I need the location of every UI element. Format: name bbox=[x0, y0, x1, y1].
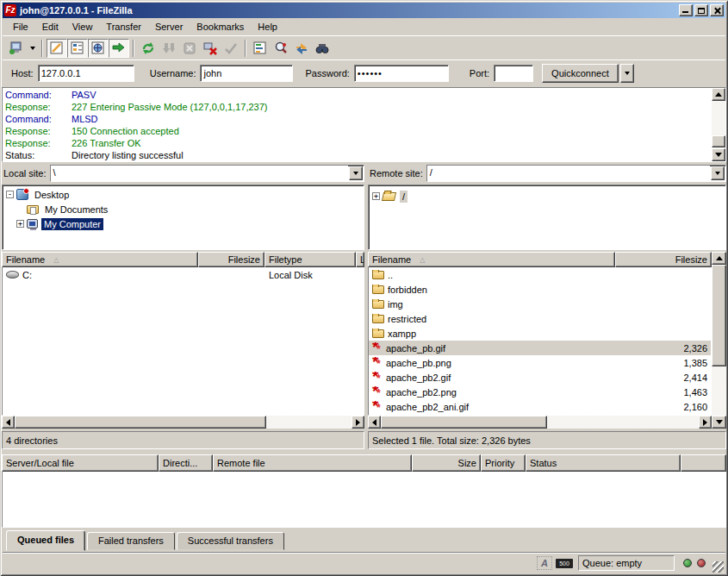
remote-pane: Remote site: / + / Filename△ Filesize bbox=[368, 164, 726, 451]
port-input[interactable] bbox=[494, 65, 533, 82]
site-manager-dropdown[interactable] bbox=[27, 39, 38, 58]
disconnect-icon[interactable] bbox=[200, 39, 221, 58]
toggle-remote-tree-icon[interactable] bbox=[88, 39, 109, 58]
quickconnect-dropdown[interactable] bbox=[620, 64, 634, 83]
queue-size-indicator: Queue: empty bbox=[578, 555, 675, 571]
menu-file[interactable]: File bbox=[6, 20, 35, 34]
compare-directories-icon[interactable] bbox=[271, 39, 291, 58]
scrollbar-thumb[interactable] bbox=[712, 135, 725, 147]
toggle-transfer-queue-icon[interactable] bbox=[109, 39, 129, 58]
column-filename[interactable]: Filename△ bbox=[2, 252, 198, 267]
remote-file-row[interactable]: apache_pb2.png 1,463 bbox=[369, 385, 711, 399]
column-filetype[interactable]: Filetype bbox=[264, 252, 356, 267]
column-server-local-file[interactable]: Server/Local file bbox=[2, 454, 159, 472]
toggle-message-log-icon[interactable] bbox=[47, 39, 67, 58]
site-manager-icon[interactable] bbox=[6, 39, 27, 58]
remote-list-header: Filename△ Filesize bbox=[368, 252, 712, 267]
menu-view[interactable]: View bbox=[65, 20, 100, 34]
tree-item-root[interactable]: + / bbox=[372, 189, 725, 203]
chevron-down-icon[interactable] bbox=[711, 166, 725, 180]
menu-edit[interactable]: Edit bbox=[35, 20, 65, 34]
queue-list[interactable] bbox=[2, 472, 726, 528]
remote-site-label: Remote site: bbox=[370, 168, 423, 178]
column-filename[interactable]: Filename△ bbox=[368, 252, 615, 267]
remote-list-body: .. forbidden img restricted bbox=[368, 267, 712, 416]
tree-item-my-computer[interactable]: + My Computer bbox=[6, 216, 364, 231]
local-site-combobox[interactable]: \ bbox=[50, 165, 364, 182]
scroll-right-icon[interactable] bbox=[352, 416, 364, 429]
close-button[interactable] bbox=[710, 4, 724, 16]
directory-filters-icon[interactable] bbox=[250, 39, 271, 58]
menu-bookmarks[interactable]: Bookmarks bbox=[190, 20, 251, 34]
tree-item-desktop[interactable]: - Desktop bbox=[6, 187, 364, 202]
menu-help[interactable]: Help bbox=[251, 20, 284, 34]
host-input[interactable]: 127.0.0.1 bbox=[38, 65, 134, 82]
local-file-row[interactable]: C: Local Disk bbox=[3, 267, 364, 282]
process-queue-icon[interactable] bbox=[159, 39, 179, 58]
menu-transfer[interactable]: Transfer bbox=[99, 20, 148, 34]
scroll-left-icon[interactable] bbox=[368, 416, 381, 429]
folder-icon bbox=[372, 285, 384, 294]
scrollbar-thumb[interactable] bbox=[15, 416, 266, 429]
remote-horizontal-scrollbar[interactable] bbox=[368, 416, 712, 429]
local-site-row: Local site: \ bbox=[2, 164, 364, 183]
transfer-type-icon[interactable] bbox=[537, 556, 552, 570]
remote-file-row[interactable]: apache_pb2.gif 2,414 bbox=[369, 370, 711, 385]
scrollbar-thumb[interactable] bbox=[712, 265, 726, 366]
column-remote-file[interactable]: Remote file bbox=[213, 454, 412, 472]
tab-successful-transfers[interactable]: Successful transfers bbox=[177, 532, 284, 550]
refresh-icon[interactable] bbox=[138, 39, 159, 58]
chevron-down-icon bbox=[625, 72, 630, 75]
remote-file-row[interactable]: apache_pb.png 1,385 bbox=[369, 355, 711, 370]
username-input[interactable]: john bbox=[200, 65, 293, 82]
expand-icon[interactable]: + bbox=[372, 192, 380, 200]
remote-file-row[interactable]: restricted bbox=[369, 311, 711, 326]
column-filesize[interactable]: Filesize bbox=[615, 252, 712, 267]
chevron-down-icon[interactable] bbox=[349, 166, 363, 180]
scrollbar-thumb[interactable] bbox=[381, 416, 547, 429]
collapse-icon[interactable]: - bbox=[6, 191, 14, 198]
local-horizontal-scrollbar[interactable] bbox=[2, 416, 364, 429]
remote-file-row[interactable]: forbidden bbox=[369, 282, 711, 297]
synchronized-browsing-icon[interactable] bbox=[291, 39, 312, 58]
log-scrollbar[interactable] bbox=[712, 88, 725, 161]
remote-file-row[interactable]: .. bbox=[369, 267, 711, 282]
reconnect-icon[interactable] bbox=[221, 39, 241, 58]
scroll-down-icon[interactable] bbox=[712, 416, 726, 429]
column-filesize[interactable]: Filesize bbox=[198, 252, 264, 267]
speed-limit-icon[interactable] bbox=[556, 559, 573, 568]
resize-grip[interactable] bbox=[712, 561, 724, 573]
scroll-right-icon[interactable] bbox=[699, 416, 712, 429]
find-files-icon[interactable] bbox=[312, 39, 333, 58]
column-priority[interactable]: Priority bbox=[481, 454, 526, 472]
status-bar: Queue: empty bbox=[3, 552, 725, 573]
remote-file-row[interactable]: img bbox=[369, 297, 711, 311]
remote-vertical-scrollbar[interactable] bbox=[712, 252, 726, 429]
remote-file-row[interactable]: xampp bbox=[369, 326, 711, 341]
tree-item-my-documents[interactable]: My Documents bbox=[6, 202, 364, 216]
scroll-up-icon[interactable] bbox=[712, 252, 726, 265]
disk-drive-icon bbox=[6, 271, 19, 279]
toolbar-separator bbox=[41, 40, 43, 57]
cancel-operation-icon[interactable] bbox=[179, 39, 200, 58]
column-size[interactable]: Size bbox=[412, 454, 481, 472]
minimize-button[interactable] bbox=[679, 4, 693, 16]
password-input[interactable]: •••••• bbox=[354, 65, 449, 82]
toggle-local-tree-icon[interactable] bbox=[67, 39, 88, 58]
quickconnect-button[interactable]: Quickconnect bbox=[542, 64, 619, 83]
menu-server[interactable]: Server bbox=[148, 20, 190, 34]
tab-failed-transfers[interactable]: Failed transfers bbox=[87, 532, 175, 550]
column-last-modified[interactable]: L bbox=[356, 252, 364, 267]
remote-file-row[interactable]: apache_pb2_ani.gif 2,160 bbox=[369, 399, 711, 414]
scroll-down-icon[interactable] bbox=[712, 148, 725, 161]
remote-file-row-selected[interactable]: apache_pb.gif 2,326 bbox=[369, 341, 711, 355]
column-status[interactable]: Status bbox=[526, 454, 681, 472]
scroll-left-icon[interactable] bbox=[2, 416, 15, 429]
column-direction[interactable]: Directi... bbox=[159, 454, 213, 472]
title-bar[interactable]: Fz john@127.0.0.1 - FileZilla bbox=[3, 3, 725, 18]
scroll-up-icon[interactable] bbox=[712, 88, 725, 101]
tab-queued-files[interactable]: Queued files bbox=[6, 530, 85, 551]
maximize-button[interactable] bbox=[694, 4, 708, 16]
remote-site-combobox[interactable]: / bbox=[426, 165, 726, 182]
expand-icon[interactable]: + bbox=[16, 220, 24, 228]
